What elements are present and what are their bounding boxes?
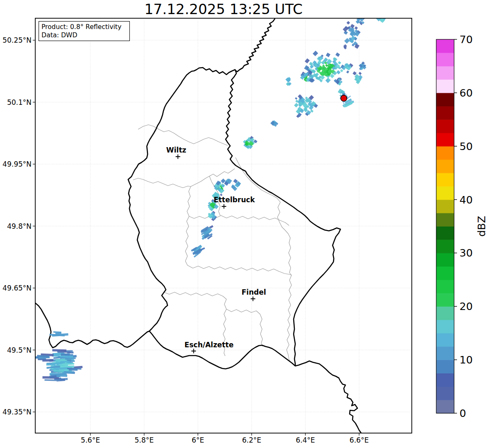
- echo-cell: [326, 77, 331, 83]
- colorbar-segment: [436, 280, 454, 293]
- colorbar-segment: [436, 39, 454, 53]
- data-source-line: Data: DWD: [41, 31, 77, 39]
- belgium-germany-border: [236, 19, 275, 72]
- x-axis-tick-label: 5.6°E: [81, 436, 100, 444]
- echo-cell: [53, 331, 61, 333]
- colorbar-segment: [436, 173, 454, 186]
- colorbar-segment: [436, 213, 454, 227]
- colorbar-segment: [436, 80, 454, 93]
- colorbar-tick-label: 40: [459, 194, 473, 206]
- belgium-france-border: [35, 303, 149, 348]
- colorbar-segment: [436, 320, 454, 334]
- colorbar-segment: [436, 66, 454, 80]
- colorbar-tick-label: 10: [459, 354, 473, 366]
- echo-cluster: [352, 71, 362, 84]
- colorbar-segment: [436, 293, 454, 307]
- product-box: Product: 0.8° Reflectivity Data: DWD: [39, 22, 130, 41]
- colorbar-segment: [436, 186, 454, 200]
- echo-cluster: [342, 63, 353, 70]
- echo-cell: [359, 72, 362, 75]
- echo-cluster: [335, 77, 343, 86]
- echo-cell: [378, 14, 382, 18]
- city-label: Wiltz: [166, 146, 187, 154]
- city-marker: [192, 349, 196, 354]
- colorbar-tick-label: 0: [459, 407, 466, 419]
- y-axis-tick-label: 49.95°N: [2, 160, 32, 168]
- echo-cell: [346, 70, 349, 73]
- colorbar-segment: [436, 306, 454, 320]
- echo-cell: [336, 70, 340, 74]
- echo-cell: [378, 15, 381, 18]
- gridlines-layer: [35, 18, 412, 433]
- y-axis-tick-label: 49.35°N: [2, 408, 32, 416]
- echo-cell: [357, 14, 362, 19]
- echo-cell: [350, 24, 355, 29]
- city-label: Ettelbruck: [214, 196, 255, 204]
- echo-cell: [352, 71, 357, 75]
- colorbar-tick-label: 20: [459, 300, 473, 312]
- echo-cluster: [41, 349, 83, 381]
- x-axis-tick-label: 6.6°E: [350, 436, 369, 444]
- echo-cluster: [359, 61, 366, 70]
- radar-figure: 17.12.2025 13:25 UTC WiltzEttelbruckFind…: [0, 0, 491, 448]
- echo-cell: [313, 51, 318, 56]
- echo-cluster: [208, 211, 217, 221]
- echo-cluster: [285, 77, 292, 86]
- echo-cluster: [191, 245, 205, 258]
- echo-cluster: [294, 94, 318, 118]
- colorbar-segment: [436, 360, 454, 373]
- echo-cell: [61, 354, 70, 356]
- echo-cell: [326, 53, 331, 57]
- colorbar-segment: [436, 200, 454, 213]
- map-frame: [35, 18, 412, 433]
- city-labels-layer: WiltzEttelbruckFindelEsch/Alzette: [166, 146, 266, 354]
- y-axis-tick-label: 49.65°N: [2, 284, 32, 292]
- city-label: Findel: [241, 288, 266, 296]
- echo-cell: [295, 97, 297, 99]
- y-axis-tick-label: 49.8°N: [7, 222, 32, 230]
- radar-map-svg: WiltzEttelbruckFindelEsch/Alzette Produc…: [0, 0, 491, 448]
- x-axis-tick-label: 6.2°E: [242, 436, 261, 444]
- colorbar-segment: [436, 373, 454, 387]
- colorbar-unit-label: dBZ: [476, 216, 488, 237]
- x-axis-tick-label: 6°E: [192, 436, 204, 444]
- canton-border-line: [187, 265, 292, 275]
- canton-border-line: [236, 157, 292, 275]
- echo-cell: [294, 103, 299, 107]
- canton-border-line: [189, 216, 289, 225]
- colorbar-segment: [436, 53, 454, 66]
- city-marker: [251, 297, 255, 301]
- x-axis-tick-label: 6.4°E: [296, 436, 315, 444]
- colorbar-segment: [436, 266, 454, 280]
- echo-cluster: [356, 14, 366, 25]
- echo-cell: [355, 27, 358, 30]
- echo-cluster: [270, 120, 278, 127]
- y-axis-tick-label: 50.25°N: [2, 36, 32, 44]
- axes-layer: 5.6°E5.8°E6°E6.2°E6.4°E6.6°E50.25°N50.1°…: [2, 36, 369, 444]
- echo-cluster: [243, 136, 258, 149]
- echo-cell: [305, 58, 310, 63]
- echo-cluster: [49, 331, 68, 337]
- echo-cluster: [201, 225, 214, 240]
- colorbar-segment: [436, 146, 454, 160]
- colorbar-segment: [436, 226, 454, 240]
- echo-cluster: [300, 70, 314, 82]
- colorbar-segment: [436, 133, 454, 147]
- colorbar-segment: [436, 346, 454, 360]
- colorbar-segment: [436, 93, 454, 107]
- city-label: Esch/Alzette: [185, 341, 233, 349]
- radar-site-dot: [341, 95, 347, 102]
- colorbar-segment: [436, 240, 454, 253]
- y-axis-tick-label: 50.1°N: [7, 98, 32, 107]
- france-germany-border: [295, 361, 361, 433]
- x-axis-tick-label: 5.8°E: [134, 436, 153, 444]
- y-axis-tick-label: 49.5°N: [7, 346, 32, 354]
- colorbar-tick-label: 60: [459, 87, 473, 99]
- product-line: Product: 0.8° Reflectivity: [41, 23, 122, 31]
- echo-cluster: [343, 21, 360, 50]
- echo-cell: [346, 21, 350, 25]
- echo-cell: [338, 61, 341, 64]
- echo-cell: [52, 349, 66, 351]
- echo-cell: [325, 64, 328, 67]
- echo-cell: [335, 53, 340, 57]
